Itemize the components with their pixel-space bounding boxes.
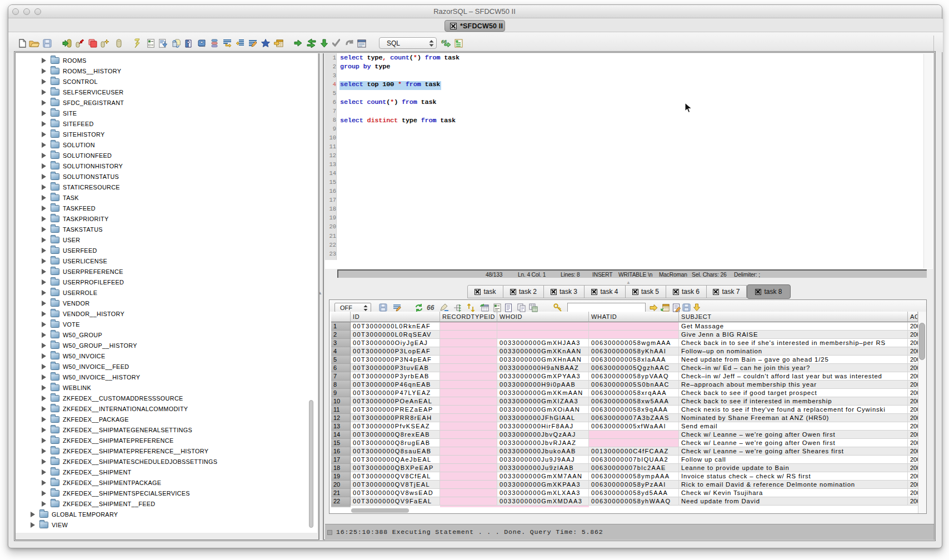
svg-text:66: 66 — [427, 304, 434, 312]
